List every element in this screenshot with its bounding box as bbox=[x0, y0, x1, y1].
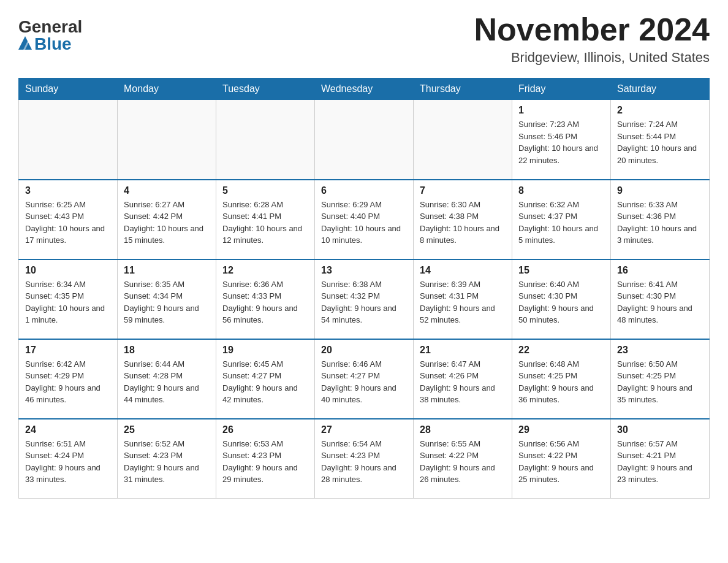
calendar-cell: 28Sunrise: 6:55 AMSunset: 4:22 PMDayligh… bbox=[414, 419, 512, 499]
day-info: Sunrise: 6:45 AMSunset: 4:27 PMDaylight:… bbox=[222, 358, 308, 406]
calendar-cell: 13Sunrise: 6:38 AMSunset: 4:32 PMDayligh… bbox=[315, 259, 414, 339]
day-number: 12 bbox=[222, 265, 308, 276]
calendar-cell bbox=[315, 100, 414, 180]
title-section: November 2024 Bridgeview, Illinois, Unit… bbox=[474, 12, 710, 66]
day-number: 13 bbox=[321, 265, 407, 276]
day-info: Sunrise: 6:44 AMSunset: 4:28 PMDaylight:… bbox=[124, 358, 210, 406]
calendar-cell bbox=[216, 100, 315, 180]
calendar-cell: 26Sunrise: 6:53 AMSunset: 4:23 PMDayligh… bbox=[216, 419, 315, 499]
day-info: Sunrise: 6:55 AMSunset: 4:22 PMDaylight:… bbox=[420, 438, 506, 486]
day-info: Sunrise: 6:28 AMSunset: 4:41 PMDaylight:… bbox=[222, 199, 308, 247]
location-subtitle: Bridgeview, Illinois, United States bbox=[474, 50, 710, 66]
calendar-cell: 4Sunrise: 6:27 AMSunset: 4:42 PMDaylight… bbox=[118, 180, 216, 259]
logo-general-text: General bbox=[18, 18, 82, 36]
calendar-cell: 21Sunrise: 6:47 AMSunset: 4:26 PMDayligh… bbox=[414, 339, 512, 419]
day-number: 19 bbox=[222, 345, 308, 356]
day-number: 24 bbox=[25, 424, 111, 435]
day-info: Sunrise: 6:46 AMSunset: 4:27 PMDaylight:… bbox=[321, 358, 407, 406]
day-info: Sunrise: 7:23 AMSunset: 5:46 PMDaylight:… bbox=[518, 118, 604, 166]
day-number: 29 bbox=[518, 424, 604, 435]
calendar-cell bbox=[19, 100, 118, 180]
calendar-cell: 27Sunrise: 6:54 AMSunset: 4:23 PMDayligh… bbox=[315, 419, 414, 499]
day-info: Sunrise: 6:25 AMSunset: 4:43 PMDaylight:… bbox=[25, 199, 111, 247]
day-number: 17 bbox=[25, 345, 111, 356]
day-number: 14 bbox=[420, 265, 506, 276]
calendar-cell: 20Sunrise: 6:46 AMSunset: 4:27 PMDayligh… bbox=[315, 339, 414, 419]
day-info: Sunrise: 6:48 AMSunset: 4:25 PMDaylight:… bbox=[518, 358, 604, 406]
calendar-week-4: 17Sunrise: 6:42 AMSunset: 4:29 PMDayligh… bbox=[19, 339, 710, 419]
calendar-cell: 8Sunrise: 6:32 AMSunset: 4:37 PMDaylight… bbox=[512, 180, 611, 259]
day-number: 6 bbox=[321, 185, 407, 196]
day-number: 27 bbox=[321, 424, 407, 435]
header-sunday: Sunday bbox=[19, 79, 118, 100]
logo: General Blue bbox=[18, 18, 82, 53]
calendar-cell: 7Sunrise: 6:30 AMSunset: 4:38 PMDaylight… bbox=[414, 180, 512, 259]
day-number: 3 bbox=[25, 185, 111, 196]
day-number: 15 bbox=[518, 265, 604, 276]
day-info: Sunrise: 6:42 AMSunset: 4:29 PMDaylight:… bbox=[25, 358, 111, 406]
logo-arrow-icon bbox=[18, 36, 32, 50]
day-number: 21 bbox=[420, 345, 506, 356]
day-info: Sunrise: 6:40 AMSunset: 4:30 PMDaylight:… bbox=[518, 278, 604, 326]
calendar-cell: 11Sunrise: 6:35 AMSunset: 4:34 PMDayligh… bbox=[118, 259, 216, 339]
day-info: Sunrise: 6:53 AMSunset: 4:23 PMDaylight:… bbox=[222, 438, 308, 486]
day-number: 23 bbox=[617, 345, 703, 356]
header-thursday: Thursday bbox=[414, 79, 512, 100]
day-info: Sunrise: 6:32 AMSunset: 4:37 PMDaylight:… bbox=[518, 199, 604, 247]
day-number: 8 bbox=[518, 185, 604, 196]
calendar-week-3: 10Sunrise: 6:34 AMSunset: 4:35 PMDayligh… bbox=[19, 259, 710, 339]
day-info: Sunrise: 6:50 AMSunset: 4:25 PMDaylight:… bbox=[617, 358, 703, 406]
calendar-week-1: 1Sunrise: 7:23 AMSunset: 5:46 PMDaylight… bbox=[19, 100, 710, 180]
calendar-cell: 18Sunrise: 6:44 AMSunset: 4:28 PMDayligh… bbox=[118, 339, 216, 419]
calendar-cell: 30Sunrise: 6:57 AMSunset: 4:21 PMDayligh… bbox=[611, 419, 710, 499]
day-info: Sunrise: 6:35 AMSunset: 4:34 PMDaylight:… bbox=[124, 278, 210, 326]
calendar-cell: 23Sunrise: 6:50 AMSunset: 4:25 PMDayligh… bbox=[611, 339, 710, 419]
day-number: 18 bbox=[124, 345, 210, 356]
day-number: 5 bbox=[222, 185, 308, 196]
calendar-cell bbox=[118, 100, 216, 180]
calendar-cell: 17Sunrise: 6:42 AMSunset: 4:29 PMDayligh… bbox=[19, 339, 118, 419]
day-number: 2 bbox=[617, 105, 703, 116]
day-info: Sunrise: 6:54 AMSunset: 4:23 PMDaylight:… bbox=[321, 438, 407, 486]
calendar-cell: 19Sunrise: 6:45 AMSunset: 4:27 PMDayligh… bbox=[216, 339, 315, 419]
day-info: Sunrise: 6:29 AMSunset: 4:40 PMDaylight:… bbox=[321, 199, 407, 247]
day-number: 4 bbox=[124, 185, 210, 196]
day-number: 7 bbox=[420, 185, 506, 196]
day-info: Sunrise: 6:41 AMSunset: 4:30 PMDaylight:… bbox=[617, 278, 703, 326]
calendar-cell: 14Sunrise: 6:39 AMSunset: 4:31 PMDayligh… bbox=[414, 259, 512, 339]
day-info: Sunrise: 7:24 AMSunset: 5:44 PMDaylight:… bbox=[617, 118, 703, 166]
day-number: 16 bbox=[617, 265, 703, 276]
calendar-cell: 25Sunrise: 6:52 AMSunset: 4:23 PMDayligh… bbox=[118, 419, 216, 499]
calendar-cell: 6Sunrise: 6:29 AMSunset: 4:40 PMDaylight… bbox=[315, 180, 414, 259]
day-info: Sunrise: 6:36 AMSunset: 4:33 PMDaylight:… bbox=[222, 278, 308, 326]
day-info: Sunrise: 6:30 AMSunset: 4:38 PMDaylight:… bbox=[420, 199, 506, 247]
day-number: 20 bbox=[321, 345, 407, 356]
calendar-cell: 2Sunrise: 7:24 AMSunset: 5:44 PMDaylight… bbox=[611, 100, 710, 180]
header-friday: Friday bbox=[512, 79, 611, 100]
day-info: Sunrise: 6:27 AMSunset: 4:42 PMDaylight:… bbox=[124, 199, 210, 247]
calendar-cell: 22Sunrise: 6:48 AMSunset: 4:25 PMDayligh… bbox=[512, 339, 611, 419]
header-tuesday: Tuesday bbox=[216, 79, 315, 100]
day-info: Sunrise: 6:51 AMSunset: 4:24 PMDaylight:… bbox=[25, 438, 111, 486]
calendar-cell: 24Sunrise: 6:51 AMSunset: 4:24 PMDayligh… bbox=[19, 419, 118, 499]
calendar-cell: 3Sunrise: 6:25 AMSunset: 4:43 PMDaylight… bbox=[19, 180, 118, 259]
day-info: Sunrise: 6:47 AMSunset: 4:26 PMDaylight:… bbox=[420, 358, 506, 406]
day-number: 25 bbox=[124, 424, 210, 435]
calendar-table: SundayMondayTuesdayWednesdayThursdayFrid… bbox=[18, 78, 710, 499]
calendar-cell: 29Sunrise: 6:56 AMSunset: 4:22 PMDayligh… bbox=[512, 419, 611, 499]
day-info: Sunrise: 6:57 AMSunset: 4:21 PMDaylight:… bbox=[617, 438, 703, 486]
header-saturday: Saturday bbox=[611, 79, 710, 100]
calendar-cell: 16Sunrise: 6:41 AMSunset: 4:30 PMDayligh… bbox=[611, 259, 710, 339]
day-number: 11 bbox=[124, 265, 210, 276]
calendar-cell: 15Sunrise: 6:40 AMSunset: 4:30 PMDayligh… bbox=[512, 259, 611, 339]
day-number: 1 bbox=[518, 105, 604, 116]
day-number: 9 bbox=[617, 185, 703, 196]
month-title: November 2024 bbox=[474, 12, 710, 47]
day-info: Sunrise: 6:52 AMSunset: 4:23 PMDaylight:… bbox=[124, 438, 210, 486]
logo-blue-text: Blue bbox=[18, 36, 72, 53]
day-number: 10 bbox=[25, 265, 111, 276]
page-header: General Blue November 2024 Bridgeview, I… bbox=[18, 12, 710, 66]
calendar-cell: 9Sunrise: 6:33 AMSunset: 4:36 PMDaylight… bbox=[611, 180, 710, 259]
calendar-week-5: 24Sunrise: 6:51 AMSunset: 4:24 PMDayligh… bbox=[19, 419, 710, 499]
day-number: 30 bbox=[617, 424, 703, 435]
